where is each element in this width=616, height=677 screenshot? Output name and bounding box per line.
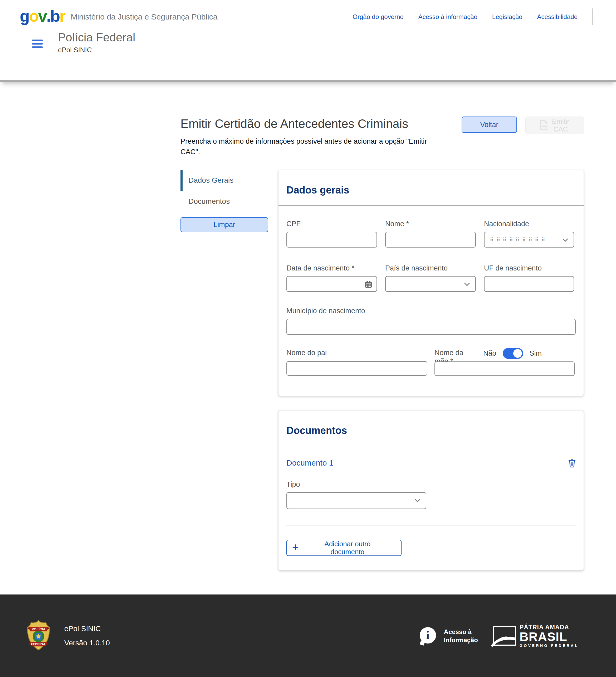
nome-pai-label: Nome do pai [286, 349, 427, 357]
cpf-input[interactable] [286, 232, 377, 247]
govbr-logo-letter: b [50, 8, 59, 24]
page-subtitle: Preencha o máximo de informações possíve… [181, 136, 446, 157]
documento-divider [286, 525, 576, 526]
nav-divider [592, 8, 593, 25]
chevron-down-icon [415, 497, 420, 502]
acesso-info-line1: Acesso à [444, 628, 478, 636]
documento-1-title: Documento 1 [286, 458, 333, 467]
govbr-logo-letter: . [46, 8, 50, 24]
nav-link-acesso-informacao[interactable]: Acesso à informação [418, 13, 477, 20]
svg-text:POLÍCIA: POLÍCIA [32, 627, 46, 631]
calendar-icon[interactable] [365, 280, 372, 289]
footer: POLÍCIA FEDERAL ePol SINIC Versão 1.0.10… [0, 594, 616, 677]
govbr-logo-letter: v [38, 8, 46, 24]
tipo-select[interactable] [286, 492, 426, 509]
emitir-cac-button[interactable]: Emitir CAC [525, 117, 584, 134]
menu-hamburger-icon[interactable] [32, 40, 43, 54]
svg-text:FEDERAL: FEDERAL [31, 642, 46, 646]
info-bubble-icon: i [420, 627, 437, 644]
policia-federal-badge: POLÍCIA FEDERAL [26, 620, 51, 652]
limpar-button[interactable]: Limpar [181, 217, 268, 232]
footer-app-name: ePol SINIC [64, 625, 110, 633]
nome-mae-input[interactable] [434, 361, 575, 376]
sidebar-item-dados-gerais[interactable]: Dados Gerais [181, 170, 268, 191]
toggle-nao-label: Não [483, 349, 496, 358]
cpf-label: CPF [286, 220, 377, 228]
emitir-cac-label-line1: Emitir [552, 117, 569, 125]
pais-nascimento-label: País de nascimento [385, 264, 476, 272]
adicionar-documento-button[interactable]: + Adicionar outro documento [286, 540, 401, 556]
brasil-line3: GOVERNO FEDERAL [520, 643, 579, 648]
govbr-logo-letter: o [29, 8, 38, 24]
pais-nascimento-select[interactable] [385, 276, 476, 292]
govbr-logo-letter: r [59, 8, 65, 24]
delete-documento-button[interactable] [568, 458, 576, 467]
voltar-button[interactable]: Voltar [462, 117, 517, 133]
app-title: Polícia Federal [58, 31, 135, 44]
nome-pai-input[interactable] [286, 361, 427, 376]
municipio-label: Município de nascimento [286, 307, 576, 315]
trash-icon [568, 464, 576, 468]
adicionar-label-line1: Adicionar outro [299, 540, 396, 548]
nav-link-orgao[interactable]: Orgão do governo [352, 13, 404, 20]
govbr-logo-letter: g [20, 8, 29, 24]
nome-input[interactable] [385, 232, 476, 247]
govbr-logo[interactable]: gov.br [20, 8, 65, 24]
top-nav: Orgão do governo Acesso à informação Leg… [352, 13, 577, 20]
footer-version: Versão 1.0.10 [64, 639, 110, 647]
nacionalidade-select[interactable]: ⠿⠿⠿⠿⠿⠿⠿⠿⠿ [484, 232, 574, 247]
dados-gerais-card: Dados gerais CPF Nome * [278, 170, 584, 396]
document-icon [540, 120, 548, 131]
nav-link-acessibilidade[interactable]: Acessibilidade [537, 13, 577, 20]
acesso-info-line2: Informação [444, 636, 478, 644]
acesso-informacao-logo[interactable]: i Acesso à Informação [420, 627, 478, 644]
header: gov.br Ministério da Justiça e Segurança… [0, 0, 616, 82]
data-nascimento-input[interactable] [286, 276, 377, 292]
documentos-card-title: Documentos [279, 410, 583, 446]
ministry-label: Ministério da Justiça e Segurança Públic… [70, 12, 218, 21]
adicionar-label-line2: documento [299, 548, 396, 556]
toggle-sim-label: Sim [530, 349, 542, 358]
tipo-label: Tipo [286, 480, 576, 489]
municipio-input[interactable] [286, 319, 576, 335]
toggle-knob [513, 349, 522, 358]
main-content: Emitir Certidão de Antecedentes Criminai… [0, 82, 616, 594]
mae-desconhecida-toggle[interactable] [503, 348, 523, 359]
data-nascimento-label: Data de nascimento * [286, 264, 377, 272]
patria-amada-brasil-logo: PÁTRIA AMADA BRASIL GOVERNO FEDERAL [493, 624, 579, 648]
page-title: Emitir Certidão de Antecedentes Criminai… [181, 117, 454, 131]
emitir-cac-label-line2: CAC [552, 125, 569, 133]
screen: gov.br Ministério da Justiça e Segurança… [0, 0, 616, 677]
dados-gerais-card-title: Dados gerais [279, 170, 583, 206]
app-subtitle: ePol SINIC [58, 46, 135, 54]
section-sidebar: Dados Gerais Documentos Limpar [181, 170, 268, 232]
sidebar-item-documentos[interactable]: Documentos [181, 191, 268, 212]
nav-link-legislacao[interactable]: Legislação [492, 13, 522, 20]
nome-label: Nome * [385, 220, 476, 228]
brasil-line2: BRASIL [520, 631, 579, 642]
uf-nascimento-label: UF de nascimento [484, 264, 574, 272]
plus-icon: + [292, 542, 299, 553]
chevron-down-icon [563, 236, 568, 242]
nacionalidade-label: Nacionalidade [484, 220, 574, 228]
uf-nascimento-input[interactable] [484, 276, 574, 292]
documentos-card: Documentos Documento 1 [278, 410, 584, 571]
chevron-down-icon [464, 280, 470, 286]
brasil-flag-icon [493, 626, 516, 646]
nacionalidade-masked-value: ⠿⠿⠿⠿⠿⠿⠿⠿⠿ [490, 236, 548, 243]
